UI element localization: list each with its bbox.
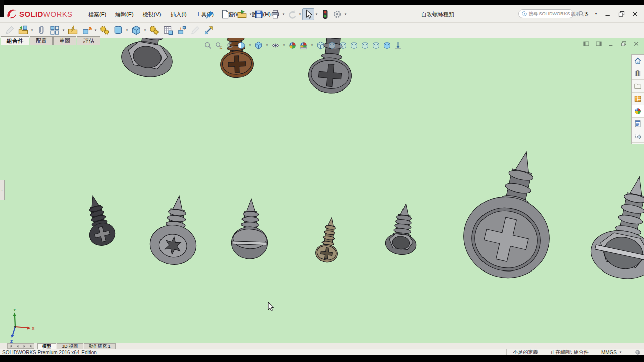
phillips-flat-screw-tan[interactable] [314, 216, 342, 264]
new-document-button[interactable] [219, 8, 231, 20]
select-cursor-button[interactable] [302, 8, 314, 20]
dropdown-caret[interactable]: ▾ [310, 43, 314, 48]
menu-item-3[interactable]: 插入(I) [166, 9, 191, 20]
command-tab-0[interactable]: 組合件 [1, 36, 29, 45]
dropdown-caret[interactable]: ▾ [30, 28, 34, 33]
nav-last-button[interactable] [27, 344, 34, 349]
nav-next-button[interactable] [21, 344, 27, 349]
view-cube-button[interactable] [316, 41, 326, 50]
view-cube-button[interactable] [360, 41, 370, 50]
display-style-button[interactable] [254, 41, 263, 50]
dropdown-caret[interactable]: ▾ [281, 12, 286, 17]
command-tab-3[interactable]: 評估 [77, 36, 100, 45]
units-selector[interactable]: MMGS▾ [595, 349, 629, 355]
dropdown-caret[interactable]: ▾ [248, 12, 253, 17]
dropdown-caret[interactable]: ▾ [343, 12, 348, 17]
assembly-gears-button[interactable] [98, 24, 111, 37]
rebuild-traffic-light-button[interactable] [319, 8, 331, 20]
task-pane-design-library-button[interactable] [632, 67, 644, 80]
view-cube-button[interactable] [338, 41, 348, 50]
pane-left-button[interactable] [583, 40, 590, 47]
pin-toolbar-icon[interactable] [205, 10, 214, 19]
dropdown-caret[interactable]: ▾ [143, 28, 147, 33]
close-button[interactable] [631, 10, 639, 18]
help-search-box[interactable]: ? 搜尋 SOLIDWORKS 說明 [518, 9, 574, 18]
sheet-tab-2[interactable]: 動作研究 1 [84, 343, 116, 349]
search-icon[interactable] [578, 10, 585, 17]
hex-washer-screw-small[interactable] [384, 202, 421, 256]
help-button[interactable]: ? [585, 10, 588, 18]
normal-to-button[interactable] [393, 41, 403, 50]
pane-right-button[interactable] [595, 40, 602, 47]
torx-washer-screw[interactable] [148, 193, 202, 267]
menu-item-1[interactable]: 編輯(E) [111, 9, 138, 20]
task-pane-home-button[interactable] [632, 55, 644, 67]
sheet-tab-0[interactable]: 模型 [37, 343, 56, 349]
move-component-button[interactable] [79, 24, 93, 37]
dropdown-caret[interactable]: ▾ [93, 28, 98, 33]
insert-components-button[interactable] [16, 24, 30, 37]
edit-appearance-button[interactable] [288, 41, 297, 50]
menu-item-0[interactable]: 檔案(F) [84, 9, 111, 20]
menu-item-2[interactable]: 檢視(V) [138, 9, 166, 20]
sheet-tab-1[interactable]: 3D 視圖 [57, 343, 83, 349]
open-document-button[interactable] [236, 8, 248, 20]
command-tab-2[interactable]: 草圖 [53, 36, 76, 45]
undo-button[interactable] [286, 8, 298, 20]
smart-fasteners-button[interactable] [66, 24, 79, 37]
nav-first-button[interactable] [8, 344, 14, 349]
task-pane-view-palette-button[interactable] [632, 93, 644, 105]
options-gear-button[interactable] [331, 8, 343, 20]
hide-show-items-button[interactable] [271, 41, 280, 50]
task-pane-file-explorer-button[interactable] [632, 80, 644, 93]
nav-prev-button[interactable] [14, 344, 21, 349]
doc-minimize-button[interactable] [608, 40, 615, 47]
view-cube-shaded-button[interactable] [382, 41, 392, 50]
linear-component-pattern-button[interactable] [48, 24, 61, 37]
view-cube-button[interactable] [349, 41, 359, 50]
zoom-area-button[interactable] [214, 41, 224, 50]
motion-gears-button[interactable] [147, 24, 161, 37]
dropdown-caret[interactable]: ▾ [61, 28, 66, 33]
sketch-disabled-button[interactable] [188, 24, 202, 37]
view-cube-button[interactable] [371, 41, 381, 50]
command-tab-1[interactable]: 配置 [30, 36, 53, 45]
exploded-view-button[interactable] [175, 24, 188, 37]
slotted-pan-screw[interactable] [231, 198, 269, 259]
zoom-fit-button[interactable] [203, 41, 213, 50]
restore-button[interactable] [618, 10, 625, 18]
apply-scene-button[interactable] [299, 41, 308, 50]
previous-view-button[interactable] [225, 41, 235, 50]
mate-button[interactable] [34, 24, 48, 37]
dropdown-caret[interactable]: ▾ [248, 43, 252, 48]
dropdown-caret[interactable]: ▾ [265, 43, 269, 48]
instant3d-button[interactable] [202, 24, 215, 37]
task-pane-forum-button[interactable] [632, 130, 644, 143]
edit-component-button[interactable] [3, 24, 16, 37]
show-hidden-components-button[interactable] [111, 24, 125, 37]
dropdown-caret[interactable]: ▾ [314, 12, 319, 17]
slotted-hex-washer-screw-right[interactable] [587, 170, 644, 285]
minimize-button[interactable] [604, 10, 612, 18]
dropdown-caret[interactable]: ▾ [282, 43, 286, 48]
assembly-features-button[interactable] [129, 24, 143, 37]
view-cube-button[interactable] [327, 41, 337, 50]
phillips-pan-screw-black[interactable] [80, 193, 118, 248]
phillips-round-washer-screw-large[interactable] [456, 142, 569, 286]
doc-restore-button[interactable] [620, 40, 627, 47]
bill-of-materials-button[interactable] [161, 24, 175, 37]
section-view-button[interactable] [236, 41, 246, 50]
dropdown-caret[interactable]: ▾ [265, 12, 269, 17]
print-document-button[interactable] [269, 8, 281, 20]
help-caret[interactable]: ▾ [594, 11, 598, 16]
dropdown-caret[interactable]: ▾ [298, 12, 302, 17]
save-document-button[interactable] [253, 8, 265, 20]
task-pane-appearances-button[interactable] [632, 105, 644, 118]
task-pane-custom-properties-button[interactable] [632, 118, 644, 130]
dropdown-caret[interactable]: ▾ [125, 28, 129, 33]
hex-washer-screw-top-left[interactable] [119, 38, 185, 81]
graphics-viewport[interactable]: XYZ ▾▾▾▾ [0, 38, 644, 343]
dropdown-caret[interactable]: ▾ [231, 12, 236, 17]
feature-manager-collapsed-tab[interactable]: ‹ [0, 180, 5, 200]
doc-close-button[interactable] [633, 40, 640, 47]
